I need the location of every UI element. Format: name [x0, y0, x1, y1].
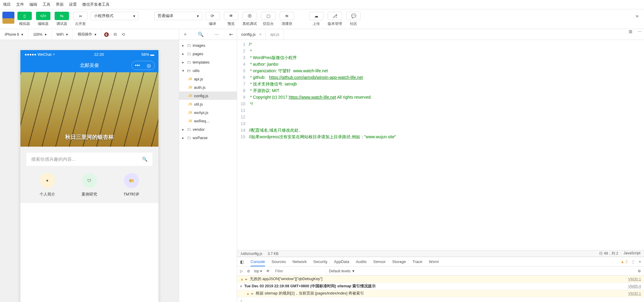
cat-tmt[interactable]: 🎫TMT时评	[123, 173, 139, 197]
file-api[interactable]: JSapi.js	[179, 75, 237, 83]
menu-item[interactable]: 编辑	[29, 2, 37, 7]
compile-button[interactable]: ⟳编译	[204, 12, 221, 26]
cat-profile[interactable]: ✦个人简介	[40, 173, 55, 197]
menu-item[interactable]: 文件	[16, 2, 24, 7]
cover-image: 秋日三里河的银杏林	[20, 72, 158, 147]
levels-select[interactable]: Default levels ▼	[326, 269, 355, 273]
devtools: ◧ Console Sources Network Security AppDa…	[237, 257, 644, 302]
mute-icon[interactable]: 🔇	[101, 32, 111, 37]
star-icon: ✦	[40, 173, 55, 188]
shield-icon: 🛡	[82, 173, 97, 188]
debugger-button[interactable]: ⇆调试器	[53, 12, 70, 26]
tab-wxml[interactable]: Wxml	[429, 259, 439, 264]
folder-templates[interactable]: ▸🗀templates	[179, 58, 237, 66]
background-button[interactable]: ▢切后台	[260, 12, 277, 26]
menu-dots-icon: •••	[132, 61, 143, 70]
ticket-icon: 🎫	[124, 173, 139, 188]
device-select[interactable]: iPhone 6▾	[0, 29, 28, 40]
tab-trace[interactable]: Trace	[413, 259, 423, 264]
phone-preview: ●●●●● WeChat ᯤ22:2056% ▬ 北邮吴俊 •••◎ 秋日三里河…	[20, 50, 158, 302]
search-icon: 🔍	[142, 157, 148, 162]
menu-item[interactable]: 设置	[69, 2, 77, 7]
folder-wxparse[interactable]: ▸🗀wxParse	[179, 133, 237, 142]
dock-icon[interactable]: ◧	[240, 259, 244, 264]
close-devtools-icon[interactable]: ×	[639, 259, 641, 264]
simulator-button[interactable]: ▯模拟器	[16, 12, 33, 26]
menu-item[interactable]: 界面	[56, 2, 64, 7]
simulator-panel: iPhone 6▾ 100%▾ WiFi▾ 模拟操作▾ 🔇 ⧉ ⟲ ●●●●● …	[0, 29, 179, 302]
tab-config[interactable]: config.js×	[237, 29, 266, 40]
project-thumb	[2, 12, 14, 24]
editor-button[interactable]: </>编辑器	[35, 12, 52, 26]
folder-vendor[interactable]: ▸🗀vendor	[179, 125, 237, 133]
file-tree-panel: ＋ 🔍 ⋯ ⇤ ▸🗀images ▸🗀pages ▸🗀templates ▾🗁u…	[179, 29, 237, 302]
action-select[interactable]: 模拟操作▾	[73, 29, 101, 40]
tab-storage[interactable]: Storage	[392, 259, 406, 264]
file-config[interactable]: JSconfig.js	[179, 91, 237, 100]
tab-appdata[interactable]: AppData	[334, 259, 349, 264]
rotate-icon[interactable]: ⟲	[119, 32, 128, 37]
file-util[interactable]: JSutil.js	[179, 100, 237, 108]
mode-select[interactable]: 小程序模式▾	[91, 12, 139, 20]
network-select[interactable]: WiFi▾	[52, 29, 73, 40]
close-icon[interactable]: ×	[259, 32, 262, 37]
step-icon[interactable]: ▷	[240, 269, 243, 273]
search-tree-icon[interactable]: 🔍	[198, 31, 204, 37]
search-input[interactable]: 搜索你感兴趣的内容...🔍	[26, 153, 152, 166]
cat-case[interactable]: 🛡案例研究	[82, 173, 97, 197]
status-bar: /utils/config.js3.7 KB 行 49，列 2JavaScrip…	[237, 250, 644, 257]
warning-icon: ▲	[246, 292, 251, 296]
tab-sources[interactable]: Sources	[272, 259, 286, 264]
menubar: 项目 文件 编辑 工具 界面 设置 微信开发者工具	[0, 0, 644, 9]
more-icon[interactable]: »	[633, 12, 642, 20]
warning-icon: ▲	[240, 277, 245, 281]
tab-audits[interactable]: Audits	[356, 259, 367, 264]
page-title: 北邮吴俊	[80, 62, 99, 69]
file-wxreq[interactable]: JSwxReq…	[179, 117, 237, 125]
filter-input[interactable]	[274, 268, 321, 274]
no-icon[interactable]: ⊘	[247, 269, 250, 273]
tab-api[interactable]: api.js	[266, 29, 284, 40]
more-icon[interactable]: ⋯	[214, 31, 219, 37]
remote-debug-button[interactable]: ⦿真机调试	[241, 12, 258, 26]
add-icon[interactable]: ＋	[183, 31, 188, 37]
scope-select[interactable]: top ▾	[254, 269, 262, 273]
console-prompt[interactable]: ›	[237, 297, 644, 302]
more-tabs-icon[interactable]: ⋯	[635, 29, 644, 40]
preview-button[interactable]: 👁预览	[223, 12, 239, 26]
clear-cache-button[interactable]: ≋清缓存	[278, 12, 295, 26]
folder-images[interactable]: ▸🗀images	[179, 41, 237, 49]
tab-security[interactable]: Security	[313, 259, 327, 264]
log-row[interactable]: ▾Tue Dec 03 2019 22:19:08 GMT+0800 (中国标准…	[237, 283, 644, 290]
warn-badge[interactable]: ▲ 2	[621, 259, 628, 264]
target-icon: ◎	[143, 61, 155, 70]
capsule[interactable]: •••◎	[131, 61, 155, 70]
log-row[interactable]: ▲▸根据 sitemap 的规则[2]，当前页面 [pages/index/in…	[237, 290, 644, 297]
tab-network[interactable]: Network	[292, 259, 307, 264]
file-wxapi[interactable]: JSwxApi.js	[179, 108, 237, 117]
zoom-select[interactable]: 100%▾	[28, 29, 52, 40]
split-icon[interactable]: ▥	[626, 29, 635, 40]
code-editor[interactable]: 123456789101112131415 /* * * WordPres版微信…	[237, 40, 644, 250]
eye-icon[interactable]: 👁	[266, 269, 270, 273]
kebab-icon[interactable]: ⋮	[631, 259, 635, 264]
toolbar: ▯模拟器 </>编辑器 ⇆调试器 ∞云开发 小程序模式▾ 普通编译▾ ⟳编译 👁…	[0, 9, 644, 29]
log-row[interactable]: ▲▸无效的 appJSON["window"]["qbDebugKey"]VM3…	[237, 276, 644, 283]
tab-console[interactable]: Console	[251, 259, 265, 266]
version-button[interactable]: ⎇版本管理	[327, 12, 343, 26]
cloud-button[interactable]: ∞云开发	[72, 12, 89, 26]
collapse-icon[interactable]: ⇤	[229, 31, 233, 37]
gear-icon[interactable]: ⚙	[638, 269, 641, 273]
menu-item[interactable]: 工具	[43, 2, 50, 7]
upload-button[interactable]: ☁上传	[308, 12, 325, 26]
copy-icon[interactable]: ⧉	[111, 32, 119, 37]
folder-utils[interactable]: ▾🗁utils	[179, 66, 237, 75]
file-auth[interactable]: JSauth.js	[179, 83, 237, 91]
folder-pages[interactable]: ▸🗀pages	[179, 49, 237, 58]
tab-sensor[interactable]: Sensor	[373, 259, 386, 264]
community-button[interactable]: 💬社区	[345, 12, 362, 26]
compile-select[interactable]: 普通编译▾	[154, 12, 202, 20]
editor-panel: config.js× api.js ▥ ⋯ 123456789101112131…	[237, 29, 644, 302]
menu-item[interactable]: 微信开发者工具	[82, 2, 110, 7]
menu-item[interactable]: 项目	[3, 2, 11, 7]
